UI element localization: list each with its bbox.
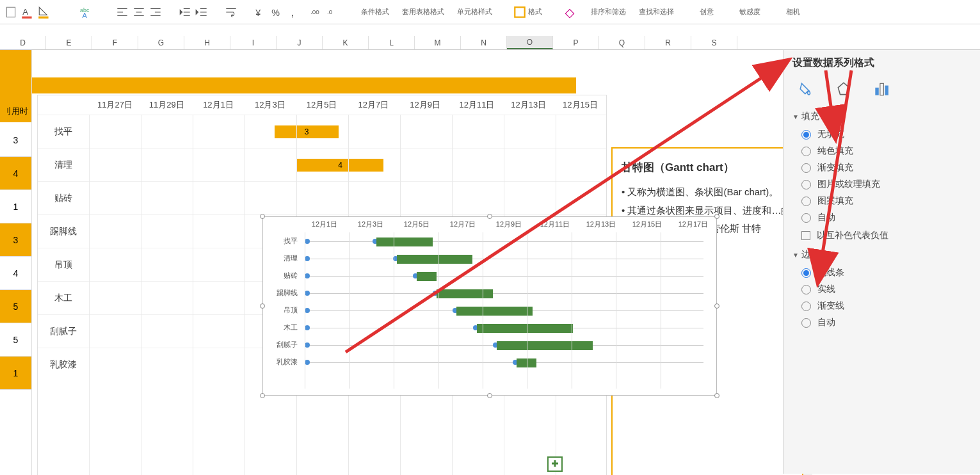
gantt-bar-green[interactable] <box>497 341 593 350</box>
radio-icon[interactable] <box>801 302 811 311</box>
cond-format-button[interactable]: 条件格式 <box>361 8 389 16</box>
camera-button[interactable]: 相机 <box>786 8 800 16</box>
left-cell[interactable]: 5 <box>0 323 31 357</box>
column-header-H[interactable]: H <box>184 36 230 49</box>
border-section-head[interactable]: 边框 <box>792 245 971 264</box>
fill-section-head[interactable]: 填充 <box>792 107 971 126</box>
comma-icon[interactable]: , <box>287 5 301 19</box>
border-option[interactable]: 自动 <box>792 314 971 331</box>
left-cell[interactable]: 5 <box>0 290 31 323</box>
ideas-button[interactable]: 创意 <box>700 8 714 16</box>
column-header-R[interactable]: R <box>645 36 691 49</box>
fill-option[interactable]: 纯色填充 <box>792 143 971 159</box>
column-header-E[interactable]: E <box>46 36 92 49</box>
find-select-button[interactable]: 查找和选择 <box>639 8 674 16</box>
column-header-D[interactable]: D <box>0 36 46 49</box>
left-cell[interactable]: 1 <box>0 357 31 390</box>
data-point[interactable] <box>305 291 310 296</box>
left-cell[interactable]: 3 <box>0 124 31 157</box>
format-icon[interactable] <box>513 5 527 19</box>
radio-icon[interactable] <box>801 197 811 206</box>
percent-icon[interactable]: % <box>270 5 284 19</box>
resize-handle[interactable] <box>487 393 492 398</box>
data-point[interactable] <box>305 273 310 278</box>
column-header-L[interactable]: L <box>369 36 415 49</box>
gantt-bar-green[interactable] <box>397 255 473 264</box>
column-header-Q[interactable]: Q <box>599 36 645 49</box>
data-point[interactable] <box>305 360 310 365</box>
gantt-bar-green[interactable] <box>477 324 573 333</box>
sensitivity-button[interactable]: 敏感度 <box>739 8 760 16</box>
left-cell[interactable]: 4 <box>0 157 31 190</box>
resize-handle[interactable] <box>260 393 265 398</box>
column-header-F[interactable]: F <box>92 36 138 49</box>
gantt-bar-green[interactable] <box>417 272 437 281</box>
fill-option[interactable]: 图案填充 <box>792 193 971 209</box>
column-header-I[interactable]: I <box>230 36 277 49</box>
left-cell[interactable]: 4 <box>0 257 31 290</box>
currency-icon[interactable]: ¥ <box>253 5 268 19</box>
align-center-icon[interactable] <box>132 5 146 19</box>
column-header-O[interactable]: O <box>507 36 553 49</box>
format-button[interactable]: 格式 <box>528 8 542 16</box>
fill-option[interactable]: 无填充 <box>792 126 971 143</box>
indent-dec-icon[interactable] <box>178 5 192 19</box>
radio-icon[interactable] <box>801 285 811 294</box>
data-point[interactable] <box>305 342 310 348</box>
eraser-icon[interactable] <box>563 5 577 19</box>
column-header-S[interactable]: S <box>691 36 737 49</box>
dec-inc-icon[interactable]: .00 <box>310 5 324 19</box>
column-header-M[interactable]: M <box>415 36 461 49</box>
radio-icon[interactable] <box>801 213 811 223</box>
column-header-G[interactable]: G <box>138 36 184 49</box>
gantt-bar[interactable]: 4 <box>297 159 383 172</box>
radio-icon[interactable] <box>801 180 811 189</box>
resize-handle[interactable] <box>714 393 719 398</box>
fill-option[interactable]: 图片或纹理填充 <box>792 176 971 193</box>
data-point[interactable] <box>305 256 310 261</box>
gantt-bar[interactable]: 3 <box>275 125 339 138</box>
sort-filter-button[interactable]: 排序和筛选 <box>591 8 626 16</box>
column-header-P[interactable]: P <box>553 36 599 49</box>
paste-icon[interactable] <box>4 5 18 19</box>
radio-icon[interactable] <box>801 163 811 173</box>
column-header-J[interactable]: J <box>277 36 323 49</box>
wrap-icon[interactable] <box>224 5 238 19</box>
tab-series-icon[interactable] <box>872 80 890 98</box>
data-point[interactable] <box>305 239 310 244</box>
fill-option[interactable]: 渐变填充 <box>792 159 971 176</box>
resize-handle[interactable] <box>260 214 265 219</box>
phonetic-icon[interactable]: abcA <box>79 5 93 19</box>
border-option[interactable]: 渐变线 <box>792 298 971 314</box>
fill-color-icon[interactable] <box>37 5 51 19</box>
align-left-icon[interactable] <box>115 5 129 19</box>
resize-handle[interactable] <box>714 214 719 219</box>
left-cell[interactable]: 3 <box>0 223 31 257</box>
invert-negative-check[interactable]: 以互补色代表负值 <box>792 226 971 245</box>
align-right-icon[interactable] <box>149 5 163 19</box>
checkbox-icon[interactable] <box>801 231 810 240</box>
radio-icon[interactable] <box>801 147 811 156</box>
column-header-K[interactable]: K <box>323 36 369 49</box>
gantt-bar-green[interactable] <box>437 289 493 298</box>
column-header-N[interactable]: N <box>461 36 507 49</box>
gantt-bar-green[interactable] <box>376 238 433 246</box>
tab-fill-icon[interactable] <box>798 80 815 98</box>
gantt-bar-green[interactable] <box>456 307 533 316</box>
radio-icon[interactable] <box>801 268 811 278</box>
font-color-icon[interactable]: A <box>20 5 35 19</box>
indent-inc-icon[interactable] <box>195 5 209 19</box>
tab-effects-icon[interactable] <box>835 80 853 98</box>
floating-chart[interactable]: 12月1日12月3日12月5日12月7日12月9日12月11日12月13日12月… <box>262 216 717 396</box>
fill-option[interactable]: 自动 <box>792 209 971 226</box>
data-point[interactable] <box>305 308 310 313</box>
border-option[interactable]: 无线条 <box>792 264 971 281</box>
dec-dec-icon[interactable]: .0 <box>326 5 341 19</box>
paste-options-icon[interactable] <box>544 455 570 474</box>
radio-icon[interactable] <box>801 318 811 328</box>
table-format-button[interactable]: 套用表格格式 <box>402 8 444 16</box>
resize-handle[interactable] <box>487 214 492 219</box>
radio-icon[interactable] <box>801 130 811 140</box>
cell-style-button[interactable]: 单元格样式 <box>457 8 492 16</box>
border-option[interactable]: 实线 <box>792 281 971 298</box>
